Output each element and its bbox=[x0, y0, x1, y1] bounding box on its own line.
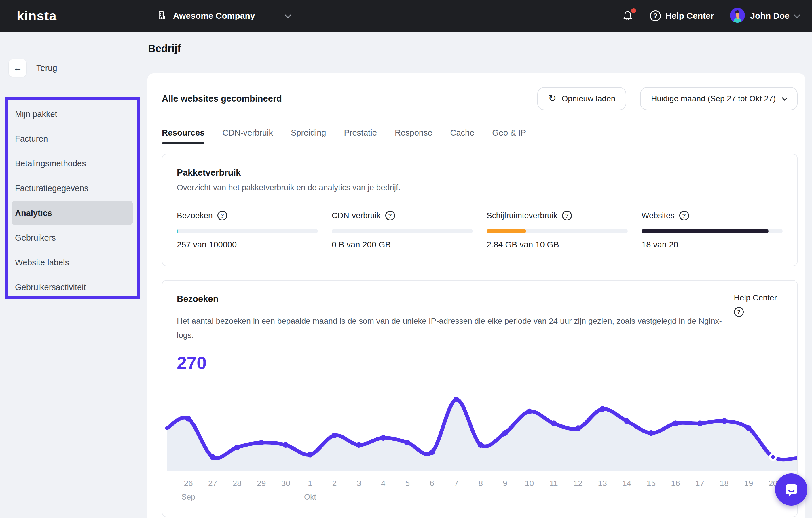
kinsta-logo[interactable]: kinsta bbox=[17, 8, 57, 24]
reload-button[interactable]: Opnieuw laden bbox=[537, 87, 626, 110]
usage-card: Pakketverbruik Overzicht van het pakketv… bbox=[162, 154, 798, 266]
usage-card-subtitle: Overzicht van het pakketverbruik en de a… bbox=[177, 183, 783, 192]
chart-point-17[interactable] bbox=[697, 421, 703, 426]
chart-point-6[interactable] bbox=[429, 449, 435, 455]
panel-header: Alle websites gecombineerd Opnieuw laden… bbox=[162, 87, 798, 110]
x-tick-3: 3 bbox=[346, 479, 372, 488]
x-tick-13: 13 bbox=[589, 479, 615, 488]
chart-point-15[interactable] bbox=[648, 430, 654, 436]
metric-value: 0 B van 200 GB bbox=[332, 240, 473, 249]
chart-point-13[interactable] bbox=[600, 406, 605, 412]
analytics-panel: Alle websites gecombineerd Opnieuw laden… bbox=[147, 73, 805, 518]
tab-bar: ResourcesCDN-verbruikSpreidingPrestatieR… bbox=[162, 128, 798, 145]
question-circle-icon bbox=[650, 10, 661, 21]
sidebar-item-facturen[interactable]: Facturen bbox=[8, 126, 137, 151]
chart-point-10[interactable] bbox=[526, 409, 532, 415]
chart-point-18[interactable] bbox=[721, 418, 727, 424]
area-chart[interactable] bbox=[163, 388, 798, 474]
question-circle-icon[interactable] bbox=[562, 211, 572, 220]
chart-point-3[interactable] bbox=[356, 442, 361, 448]
sidebar-item-gebruikers[interactable]: Gebruikers bbox=[8, 225, 137, 250]
chart-point-16[interactable] bbox=[673, 421, 678, 426]
x-month-okt: Okt bbox=[297, 493, 323, 501]
chart-point-8[interactable] bbox=[478, 442, 484, 448]
visits-card: Bezoeken Help Center Het aantal bezoeken… bbox=[162, 280, 798, 517]
tab-cdn-verbruik[interactable]: CDN-verbruik bbox=[222, 128, 273, 145]
chart-point-30[interactable] bbox=[283, 442, 289, 448]
chart-point-2[interactable] bbox=[332, 432, 338, 438]
chart-point-14[interactable] bbox=[624, 418, 630, 424]
chart-point-19[interactable] bbox=[746, 425, 752, 431]
x-tick-14: 14 bbox=[614, 479, 640, 488]
tab-prestatie[interactable]: Prestatie bbox=[344, 128, 377, 145]
chart-point-12[interactable] bbox=[575, 425, 581, 431]
chart-point-20[interactable] bbox=[770, 454, 776, 460]
sidebar-item-analytics[interactable]: Analytics bbox=[11, 201, 133, 225]
back-row: Terug bbox=[9, 59, 57, 77]
tab-spreiding[interactable]: Spreiding bbox=[291, 128, 326, 145]
tab-cache[interactable]: Cache bbox=[451, 128, 474, 145]
question-circle-icon[interactable] bbox=[679, 211, 689, 220]
chat-bubble-icon bbox=[783, 481, 800, 498]
sidebar-item-gebruikersactiviteit[interactable]: Gebruikersactiviteit bbox=[8, 275, 137, 300]
chat-launcher-button[interactable] bbox=[775, 474, 807, 506]
user-menu[interactable]: John Doe bbox=[730, 8, 799, 24]
x-tick-5: 5 bbox=[395, 479, 420, 488]
help-center-link[interactable]: Help Center bbox=[734, 293, 777, 302]
visits-card-title: Bezoeken bbox=[177, 294, 797, 304]
x-tick-16: 16 bbox=[663, 479, 689, 488]
period-dropdown[interactable]: Huidige maand (Sep 27 tot Okt 27) bbox=[640, 87, 798, 110]
question-circle-icon[interactable] bbox=[385, 211, 395, 220]
back-button[interactable] bbox=[9, 59, 27, 77]
tab-geo-ip[interactable]: Geo & IP bbox=[492, 128, 526, 145]
sidebar-item-mijn-pakket[interactable]: Mijn pakket bbox=[8, 101, 137, 126]
x-tick-2: 2 bbox=[322, 479, 348, 488]
notifications-button[interactable] bbox=[622, 9, 634, 22]
chart-point-5[interactable] bbox=[405, 440, 410, 446]
metric-value: 18 van 20 bbox=[641, 240, 783, 249]
x-tick-29: 29 bbox=[249, 479, 274, 488]
sidebar: Terug Mijn pakketFacturenBetalingsmethod… bbox=[0, 32, 155, 518]
x-tick-26: 26 bbox=[175, 479, 201, 488]
metric-progress-track bbox=[487, 229, 628, 233]
metric-value: 257 van 100000 bbox=[177, 240, 318, 249]
x-tick-6: 6 bbox=[419, 479, 445, 488]
back-label: Terug bbox=[36, 63, 57, 73]
panel-title: Alle websites gecombineerd bbox=[162, 94, 282, 104]
x-tick-18: 18 bbox=[711, 479, 737, 488]
metric-label: Bezoeken bbox=[177, 211, 318, 220]
sidebar-item-website-labels[interactable]: Website labels bbox=[8, 250, 137, 275]
metric-label: Websites bbox=[641, 211, 783, 220]
chart-point-27[interactable] bbox=[210, 454, 216, 460]
metric-websites: Websites18 van 20 bbox=[641, 211, 783, 249]
sidebar-item-betalingsmethodes[interactable]: Betalingsmethodes bbox=[8, 151, 137, 176]
metric-label: CDN-verbruik bbox=[332, 211, 473, 220]
metric-progress-fill bbox=[487, 229, 526, 233]
metric-bezoeken: Bezoeken257 van 100000 bbox=[177, 211, 318, 249]
refresh-icon bbox=[548, 93, 557, 103]
chart-point-29[interactable] bbox=[259, 440, 264, 446]
chart-point-26[interactable] bbox=[185, 416, 191, 422]
tab-resources[interactable]: Resources bbox=[162, 128, 204, 145]
question-circle-icon[interactable] bbox=[734, 307, 744, 317]
x-tick-8: 8 bbox=[468, 479, 494, 488]
period-label: Huidige maand (Sep 27 tot Okt 27) bbox=[651, 94, 776, 103]
visits-total: 270 bbox=[177, 353, 797, 373]
sidebar-item-facturatiegegevens[interactable]: Facturatiegegevens bbox=[8, 176, 137, 201]
help-center-link[interactable]: Help Center bbox=[650, 10, 714, 21]
chart-point-28[interactable] bbox=[234, 445, 240, 450]
tab-response[interactable]: Response bbox=[395, 128, 433, 145]
chart-point-9[interactable] bbox=[502, 430, 508, 436]
company-selector[interactable]: Awesome Company bbox=[157, 0, 290, 32]
chart-x-axis: 2627282930123456789101112131415161718192… bbox=[163, 474, 798, 506]
chart-point-4[interactable] bbox=[380, 435, 386, 440]
chart-point-11[interactable] bbox=[551, 421, 557, 426]
reload-label: Opnieuw laden bbox=[562, 94, 616, 103]
chart-point-1[interactable] bbox=[307, 452, 313, 458]
chart-point-7[interactable] bbox=[454, 397, 459, 402]
help-center-label: Help Center bbox=[665, 11, 714, 21]
metric-schijfruimteverbruik: Schijfruimteverbruik2.84 GB van 10 GB bbox=[487, 211, 628, 249]
topbar-right: Help Center John Doe bbox=[622, 0, 799, 32]
question-circle-icon[interactable] bbox=[218, 211, 227, 220]
x-tick-27: 27 bbox=[200, 479, 226, 488]
